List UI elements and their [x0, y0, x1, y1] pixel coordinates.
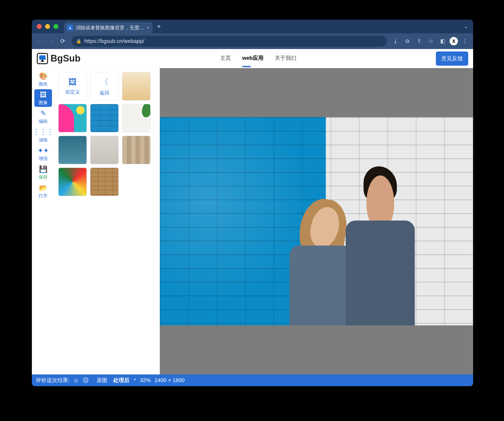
bg-thumb-brick-brown[interactable]: [90, 168, 119, 196]
canvas-image: [160, 117, 473, 325]
window-maximize-button[interactable]: [53, 24, 58, 29]
menu-icon[interactable]: ⋮: [460, 36, 470, 46]
sidebar-label: 滤镜: [39, 137, 48, 143]
browser-toolbar: ← → ⟳ 🔒 https://bgsub.cn/webapp/ ⭳ ⊖ ⇧ ☆…: [32, 33, 473, 49]
pencil-icon: ✎: [40, 109, 46, 117]
site-logo[interactable]: BgSub: [37, 53, 80, 64]
sidebar-item-edit[interactable]: ✎ 编辑: [34, 108, 52, 125]
new-tab-button[interactable]: +: [157, 23, 161, 30]
brand-text: BgSub: [50, 53, 80, 64]
zoom-level: 32%: [140, 377, 151, 384]
bg-thumb-wood-vertical[interactable]: [122, 136, 151, 164]
sidebar-item-save[interactable]: 💾 保存: [34, 164, 52, 181]
browser-window: ▲ 消除或者替换图像背景，无需上传 × + ⌄ ← → ⟳ 🔒 https://…: [32, 20, 473, 386]
tab-close-icon[interactable]: ×: [147, 25, 150, 30]
sidebar-item-filter[interactable]: ⋮⋮⋮ 滤镜: [34, 126, 52, 144]
logo-mark-icon: [37, 53, 48, 64]
sidebar-label: 编辑: [39, 118, 48, 124]
folder-open-icon: 📂: [39, 184, 48, 192]
feedback-button[interactable]: 意见反馈: [436, 51, 468, 66]
sidebar-item-color[interactable]: 🎨 颜色: [34, 71, 52, 88]
view-toggle: 原图 处理后: [94, 376, 132, 385]
forward-button[interactable]: →: [47, 36, 56, 46]
bg-thumb-rainbow[interactable]: [58, 168, 87, 196]
nav-home[interactable]: 主页: [220, 54, 231, 63]
sidebar-label: 增强: [39, 156, 48, 161]
workspace: 🎨 颜色 🖼 图像 ✎ 编辑 ⋮⋮⋮ 滤镜 ✦✦ 增强: [32, 68, 473, 374]
bookmark-icon[interactable]: ☆: [426, 36, 436, 46]
site-nav: 主页 web应用 关于我们: [80, 54, 436, 63]
favicon-icon: ▲: [67, 25, 73, 31]
image-icon: 🖼: [40, 91, 47, 99]
file-image-icon: 🖼: [68, 77, 77, 87]
chevron-left-icon: 〈: [100, 76, 109, 88]
url-text: https://bgsub.cn/webapp/: [84, 38, 144, 44]
tab-strip: ▲ 消除或者替换图像背景，无需上传 × + ⌄: [32, 20, 473, 33]
install-app-icon[interactable]: ⭳: [391, 36, 401, 46]
image-dimensions: 2400 × 1600: [154, 377, 185, 384]
foreground-subject: [285, 175, 429, 325]
browser-tab[interactable]: ▲ 消除或者替换图像背景，无需上传 ×: [64, 22, 152, 33]
bg-thumb-sand[interactable]: [122, 72, 151, 100]
back-button[interactable]: ←: [35, 36, 45, 46]
tile-label: 自定义: [65, 89, 80, 95]
bg-thumb-geometric[interactable]: [58, 104, 87, 132]
toggle-processed[interactable]: 处理后: [110, 376, 132, 385]
canvas-area[interactable]: [160, 68, 473, 374]
bg-thumb-white-brick-leaf[interactable]: [122, 104, 151, 132]
bg-thumb-concrete[interactable]: [90, 136, 119, 164]
sidepanel-icon[interactable]: ◧: [438, 36, 448, 46]
tile-back[interactable]: 〈 返回: [90, 72, 119, 100]
tab-title: 消除或者替换图像背景，无需上传: [76, 25, 144, 31]
bg-thumb-blue-brick[interactable]: [90, 104, 119, 132]
rate-happy-icon[interactable]: ☺: [73, 377, 79, 384]
sidebar-label: 打开: [39, 193, 48, 199]
filter-icon: ⋮⋮⋮: [33, 128, 53, 136]
reload-button[interactable]: ⟳: [58, 36, 68, 46]
sidebar-label: 保存: [39, 174, 48, 180]
window-minimize-button[interactable]: [45, 24, 50, 29]
tool-sidebar: 🎨 颜色 🖼 图像 ✎ 编辑 ⋮⋮⋮ 滤镜 ✦✦ 增强: [32, 68, 54, 374]
profile-avatar[interactable]: X: [450, 37, 458, 45]
sidebar-label: 图像: [39, 100, 48, 106]
share-icon[interactable]: ⇧: [414, 36, 424, 46]
address-bar[interactable]: 🔒 https://bgsub.cn/webapp/: [72, 36, 387, 47]
save-icon: 💾: [39, 165, 48, 173]
nav-about[interactable]: 关于我们: [275, 54, 296, 63]
sidebar-item-enhance[interactable]: ✦✦ 增强: [34, 145, 52, 163]
bg-thumb-denim[interactable]: [58, 136, 87, 164]
palette-icon: 🎨: [39, 72, 48, 80]
tile-label: 返回: [100, 90, 109, 96]
rate-label: 评价这次结果:: [36, 377, 70, 384]
rate-sad-icon[interactable]: ☹: [83, 377, 89, 384]
zoom-out-icon[interactable]: ⊖: [403, 36, 412, 46]
status-bar: 评价这次结果: ☺ ☹ 原图 处理后 * 32% 2400 × 1600: [32, 374, 473, 386]
sidebar-item-open[interactable]: 📂 打开: [34, 182, 52, 200]
nav-webapp[interactable]: web应用: [242, 54, 264, 63]
traffic-lights: [37, 24, 58, 29]
sparkle-icon: ✦✦: [38, 147, 49, 155]
tile-custom[interactable]: 🖼 自定义: [58, 72, 87, 100]
site-header: BgSub 主页 web应用 关于我们 意见反馈: [32, 49, 473, 68]
sidebar-item-image[interactable]: 🖼 图像: [34, 89, 52, 107]
sidebar-label: 颜色: [39, 81, 48, 87]
tabs-overflow-icon[interactable]: ⌄: [464, 23, 468, 30]
lock-icon: 🔒: [76, 38, 81, 44]
page: BgSub 主页 web应用 关于我们 意见反馈 🎨 颜色 🖼 图像: [32, 49, 473, 386]
modified-indicator: *: [134, 377, 136, 384]
background-panel: 🖼 自定义 〈 返回: [54, 68, 160, 374]
window-close-button[interactable]: [37, 24, 42, 29]
toolbar-right: ⭳ ⊖ ⇧ ☆ ◧ X ⋮: [391, 36, 470, 46]
toggle-original[interactable]: 原图: [94, 376, 110, 385]
